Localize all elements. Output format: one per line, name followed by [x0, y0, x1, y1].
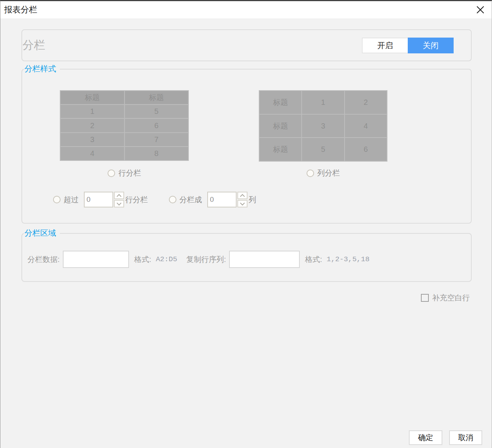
- preview-table-row: 标题34: [260, 114, 387, 138]
- preview-table-cell: 2: [344, 91, 387, 114]
- split-into-input[interactable]: [207, 192, 237, 207]
- preview-table-cell: 8: [124, 147, 188, 160]
- col-split-radio-group: 列分栏: [259, 168, 387, 178]
- chevron-down-icon: [117, 201, 121, 206]
- split-into-suffix-label: 列: [249, 195, 256, 205]
- preview-table-cell: 3: [301, 115, 344, 138]
- preview-table-cell: 标题: [260, 115, 301, 138]
- preview-table-row: 26: [61, 118, 188, 132]
- preview-table-cell: 标题: [61, 91, 124, 104]
- split-into-stepper-buttons: [237, 192, 248, 207]
- split-enable-toggle: 开启 关闭: [362, 38, 454, 53]
- preview-table-row: 37: [61, 132, 188, 146]
- row-split-radio-label: 行分栏: [118, 168, 141, 178]
- split-style-legend: 分栏样式: [24, 64, 60, 74]
- preview-table-row: 标题标题: [61, 91, 188, 104]
- row-split-radio-group: 行分栏: [60, 168, 189, 178]
- preview-table-cell: 7: [124, 133, 188, 146]
- report-column-split-dialog: 报表分栏 分栏 开启 关闭 分栏样式 标题标题15263748 标题12标题34…: [0, 0, 492, 448]
- preview-table-cell: 2: [61, 119, 124, 132]
- copy-rows-input[interactable]: [229, 251, 300, 268]
- preview-table-cell: 6: [344, 138, 387, 161]
- preview-table-cell: 4: [344, 115, 387, 138]
- close-icon[interactable]: [476, 5, 485, 14]
- preview-table-row: 48: [61, 146, 188, 160]
- preview-table-cell: 标题: [124, 91, 188, 104]
- split-style-section: 分栏样式 标题标题15263748 标题12标题34标题56 行分栏 列分栏 超…: [21, 69, 472, 224]
- preview-table-cell: 1: [61, 105, 124, 118]
- titlebar: 报表分栏: [0, 1, 492, 18]
- split-into-prefix-label: 分栏成: [179, 195, 202, 205]
- format-example-1: A2:D5: [156, 255, 177, 263]
- split-area-section: 分栏区域 分栏数据: 格式: A2:D5 复制行序列: 格式: 1,2-3,5,…: [21, 233, 472, 282]
- preview-table-cell: 5: [301, 138, 344, 161]
- exceed-rows-suffix-label: 行分栏: [125, 195, 148, 205]
- split-enable-groupbox: 分栏 开启 关闭: [21, 29, 472, 61]
- fill-blank-rows-group: 补充空白行: [421, 293, 470, 303]
- preview-table-cell: 1: [301, 91, 344, 114]
- split-groupbox-label: 分栏: [23, 38, 45, 53]
- preview-table-row: 标题12: [260, 91, 387, 114]
- copy-rows-label: 复制行序列:: [186, 254, 226, 265]
- col-split-radio-label: 列分栏: [317, 168, 340, 178]
- row-split-radio[interactable]: [108, 170, 115, 177]
- ok-button[interactable]: 确定: [409, 430, 442, 445]
- chevron-up-icon: [240, 194, 245, 199]
- preview-table-cell: 标题: [260, 138, 301, 161]
- split-into-stepper: [207, 192, 248, 207]
- split-area-row: 分栏数据: 格式: A2:D5 复制行序列: 格式: 1,2-3,5,18: [27, 250, 369, 268]
- split-into-up-button[interactable]: [237, 192, 248, 199]
- preview-table-row: 标题56: [260, 137, 387, 161]
- exceed-rows-prefix-label: 超过: [64, 195, 79, 205]
- dialog-title: 报表分栏: [4, 4, 37, 15]
- exceed-rows-stepper: [84, 192, 124, 207]
- format-example-2: 1,2-3,5,18: [326, 255, 369, 263]
- split-area-legend: 分栏区域: [24, 228, 60, 238]
- preview-table-cell: 3: [61, 133, 124, 146]
- preview-table-cell: 4: [61, 147, 124, 160]
- split-data-label: 分栏数据:: [27, 254, 60, 265]
- exceed-rows-down-button[interactable]: [114, 200, 124, 207]
- fill-blank-rows-label: 补充空白行: [432, 293, 470, 303]
- preview-table-cell: 标题: [260, 91, 301, 114]
- exceed-rows-input[interactable]: [84, 192, 113, 207]
- exceed-rows-up-button[interactable]: [114, 192, 124, 199]
- chevron-down-icon: [240, 201, 245, 206]
- cancel-button[interactable]: 取消: [449, 430, 482, 445]
- format-label-2: 格式:: [305, 254, 322, 265]
- preview-table-cell: 5: [124, 105, 188, 118]
- toggle-on-button[interactable]: 开启: [362, 38, 408, 53]
- exceed-rows-stepper-buttons: [114, 192, 124, 207]
- preview-table-row: 15: [61, 104, 188, 118]
- split-condition-row: 超过 行分栏 分栏成 列: [53, 192, 256, 207]
- split-data-input[interactable]: [63, 251, 129, 268]
- preview-table-cell: 6: [124, 119, 188, 132]
- split-into-radio[interactable]: [169, 196, 176, 203]
- format-label-1: 格式:: [134, 254, 152, 265]
- preview-col-split-table: 标题12标题34标题56: [259, 90, 387, 162]
- col-split-radio[interactable]: [307, 170, 314, 177]
- split-into-down-button[interactable]: [237, 200, 248, 207]
- preview-row-split-table: 标题标题15263748: [60, 90, 189, 161]
- toggle-off-button[interactable]: 关闭: [408, 38, 454, 53]
- chevron-up-icon: [117, 194, 121, 199]
- fill-blank-rows-checkbox[interactable]: [421, 294, 429, 302]
- exceed-rows-radio[interactable]: [53, 196, 61, 203]
